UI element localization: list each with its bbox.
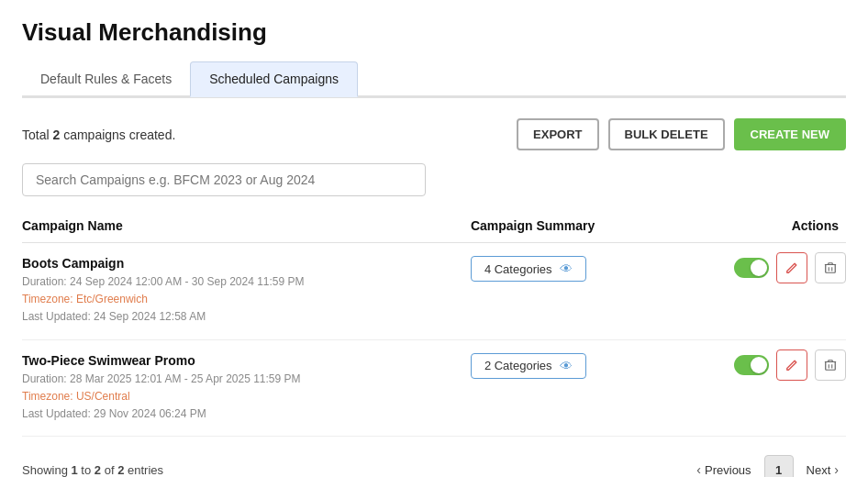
pagination-bar: Showing 1 to 2 of 2 entries ‹ Previous 1… <box>22 455 846 477</box>
export-button[interactable]: EXPORT <box>517 118 598 150</box>
table-row: Two-Piece Swimwear Promo Duration: 28 Ma… <box>22 339 846 437</box>
tabs-bar: Default Rules & Facets Scheduled Campaig… <box>22 61 846 97</box>
delete-button-0[interactable] <box>815 252 846 283</box>
campaign-duration-0: Duration: 24 Sep 2024 12:00 AM - 30 Sep … <box>22 273 471 291</box>
tab-scheduled-campaigns[interactable]: Scheduled Campaigns <box>190 61 358 97</box>
categories-badge-1[interactable]: 2 Categories 👁 <box>471 353 586 379</box>
trash-icon-0 <box>824 261 837 274</box>
showing-from: 1 <box>72 463 78 477</box>
showing-to: 2 <box>95 463 101 477</box>
total-text: Total 2 campaigns created. <box>22 128 175 142</box>
col-actions: Actions <box>668 213 846 243</box>
toolbar: Total 2 campaigns created. EXPORT BULK D… <box>22 118 846 150</box>
campaign-name-0: Boots Campaign <box>22 256 471 271</box>
svg-rect-0 <box>826 265 836 273</box>
campaign-timezone-0: Timezone: Etc/Greenwich <box>22 291 471 308</box>
campaign-duration-1: Duration: 28 Mar 2025 12:01 AM - 25 Apr … <box>22 371 471 388</box>
page-1-button[interactable]: 1 <box>764 455 794 477</box>
actions-inner-1 <box>668 349 846 381</box>
eye-icon-1: 👁 <box>560 359 573 373</box>
campaign-name-1: Two-Piece Swimwear Promo <box>22 353 471 368</box>
bulk-delete-button[interactable]: BULK DELETE <box>608 118 725 150</box>
table-row: Boots Campaign Duration: 24 Sep 2024 12:… <box>22 243 846 340</box>
eye-icon-0: 👁 <box>560 261 573 276</box>
pagination-controls: ‹ Previous 1 Next › <box>689 455 846 477</box>
svg-rect-1 <box>826 361 836 370</box>
edit-icon-1 <box>785 359 798 372</box>
chevron-right-icon: › <box>834 462 839 477</box>
search-input[interactable] <box>22 163 426 196</box>
page-title: Visual Merchandising <box>22 18 846 47</box>
campaign-meta-1: Duration: 28 Mar 2025 12:01 AM - 25 Apr … <box>22 371 471 424</box>
edit-button-1[interactable] <box>776 349 807 381</box>
next-button[interactable]: Next › <box>799 459 846 477</box>
actions-inner-0 <box>668 252 846 283</box>
campaigns-table: Campaign Name Campaign Summary Actions B… <box>22 213 846 437</box>
categories-count-1: 2 Categories <box>484 359 552 372</box>
chevron-left-icon: ‹ <box>696 462 701 477</box>
campaign-meta-0: Duration: 24 Sep 2024 12:00 AM - 30 Sep … <box>22 273 471 327</box>
showing-text: Showing 1 to 2 of 2 entries <box>22 463 163 477</box>
create-new-button[interactable]: CREATE NEW <box>734 118 846 150</box>
showing-of: 2 <box>117 463 124 477</box>
col-campaign-summary: Campaign Summary <box>471 213 668 243</box>
search-bar <box>22 163 426 196</box>
edit-button-0[interactable] <box>776 252 807 283</box>
delete-button-1[interactable] <box>815 349 846 381</box>
divider <box>22 97 846 98</box>
categories-badge-0[interactable]: 4 Categories 👁 <box>471 256 586 282</box>
trash-icon-1 <box>824 359 837 372</box>
col-campaign-name: Campaign Name <box>22 213 471 243</box>
tab-default-rules[interactable]: Default Rules & Facets <box>22 61 190 97</box>
campaign-last-updated-0: Last Updated: 24 Sep 2024 12:58 AM <box>22 308 471 326</box>
edit-icon-0 <box>785 261 798 274</box>
campaign-last-updated-1: Last Updated: 29 Nov 2024 06:24 PM <box>22 405 471 423</box>
toggle-1[interactable] <box>734 355 769 375</box>
campaign-timezone-1: Timezone: US/Central <box>22 388 471 405</box>
categories-count-0: 4 Categories <box>484 262 552 276</box>
toggle-0[interactable] <box>734 258 769 278</box>
total-count: 2 <box>52 128 60 142</box>
toolbar-actions: EXPORT BULK DELETE CREATE NEW <box>517 118 846 150</box>
prev-button[interactable]: ‹ Previous <box>689 459 758 477</box>
